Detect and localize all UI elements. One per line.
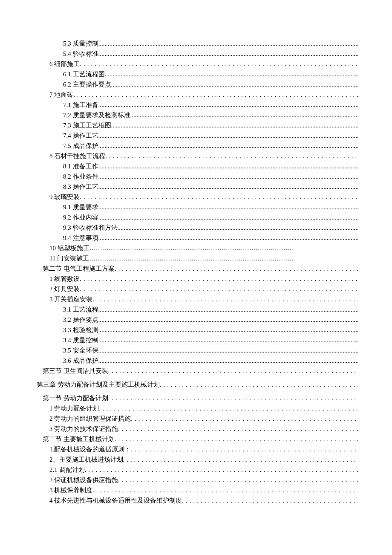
- toc-leader-dots: ........................................…: [98, 304, 358, 315]
- toc-entry: 2 灯具安装 .................................…: [49, 284, 358, 294]
- toc-entry: 3 劳动力的技术保证措施 ...........................…: [49, 424, 358, 434]
- toc-leader-dots: ........................................…: [115, 434, 358, 444]
- toc-entry: 第三章 劳动力配备计划及主要施工机械计划 ...................…: [37, 379, 358, 390]
- toc-entry-label: 2.1 调配计划: [49, 465, 85, 475]
- toc-leader-dots: ........................................…: [80, 274, 358, 284]
- toc-leader-dots: ........................................…: [111, 79, 358, 90]
- toc-entry-label: 3 机械保养制度: [49, 485, 92, 495]
- toc-leader-dots: ........................................…: [118, 475, 358, 485]
- toc-leader-dots: ........................................…: [105, 69, 358, 79]
- toc-entry-label: 第二节 电气工程施工方案: [43, 263, 115, 274]
- toc-leader-dots: ........................................…: [98, 233, 358, 243]
- toc-leader-dots: ........................................…: [98, 161, 358, 171]
- toc-leader-dots: ........................................…: [130, 110, 358, 120]
- toc-entry: 7 地面砖 ..................................…: [49, 90, 358, 100]
- toc-leader-dots: ........................................…: [98, 171, 358, 182]
- toc-entry-label: 2 保证机械设备供应措施: [49, 475, 118, 485]
- toc-entry-label: 6.1 工艺流程图: [63, 69, 105, 79]
- toc-leader-dots: ........................................…: [92, 485, 358, 495]
- toc-leader-dots: ........................................…: [160, 379, 358, 390]
- toc-leader-dots: ........................................…: [98, 315, 358, 325]
- toc-entry: 8.3 操作工艺................................…: [63, 182, 358, 192]
- toc-entry-label: 8 石材干挂施工流程: [49, 151, 105, 161]
- toc-entry-label: 9.2 作业内容: [63, 212, 98, 223]
- toc-leader-dots: ........................................…: [98, 38, 358, 49]
- toc-entry: 6.2 主要操作要点..............................…: [63, 79, 358, 90]
- toc-entry-label: 3.3 检验检测: [63, 325, 98, 335]
- toc-entry-label: 第二节 主要施工机械计划: [43, 434, 115, 444]
- toc-leader-dots: ……………………………………………………………………………………: [89, 253, 358, 263]
- toc-entry-label: 7.4 操作工艺: [63, 130, 98, 141]
- toc-entry: 第一节 劳动力配备计划.............................…: [43, 393, 358, 403]
- toc-leader-dots: ........................................…: [80, 192, 358, 202]
- toc-entry-label: 3 劳动力的技术保证措施: [49, 424, 118, 434]
- toc-leader-dots: ........................................…: [98, 345, 358, 356]
- toc-leader-dots: ........................................…: [118, 424, 358, 434]
- toc-entry-label: 3.5 安全环保: [63, 345, 98, 356]
- toc-entry: 1.配备机械设备的遵循原则： .........................…: [49, 444, 358, 454]
- toc-entry: 7.3 施工工艺框图..............................…: [63, 120, 358, 130]
- toc-entry-label: 11 门安装施工: [49, 253, 89, 263]
- toc-leader-dots: ........................................…: [105, 151, 358, 161]
- toc-entry-label: 5.3 质量控制: [63, 38, 98, 49]
- toc-entry-label: 8.2 作业条件: [63, 171, 98, 182]
- toc-entry: 2 劳动力的组织管理保证措施 .........................…: [49, 413, 358, 424]
- toc-entry-label: 2、主要施工机械进场计划: [49, 454, 123, 465]
- toc-entry-label: 3.6 成品保护: [63, 356, 98, 366]
- table-of-contents: 5.3 质量控制................................…: [37, 38, 358, 506]
- toc-leader-dots: ........................................…: [98, 335, 358, 345]
- toc-entry: 7.1 施工准备................................…: [63, 100, 358, 110]
- toc-leader-dots: ........................................…: [85, 465, 358, 475]
- toc-entry: 2、主要施工机械进场计划 ...........................…: [49, 454, 358, 465]
- toc-leader-dots: ........................................…: [118, 223, 358, 233]
- toc-entry: 3 开关插座安装 ...............................…: [49, 294, 358, 304]
- toc-entry: 9 玻璃安装 .................................…: [49, 192, 358, 202]
- toc-entry-label: 7.5 成品保护: [63, 141, 98, 151]
- toc-entry-label: 7.2 质量要求及检测标准: [63, 110, 130, 120]
- toc-entry: 10 铝塑板施工……………………………………………………………………………………: [49, 243, 358, 253]
- toc-entry-label: 9 玻璃安装: [49, 192, 80, 202]
- toc-entry-label: 3 开关插座安装: [49, 294, 92, 304]
- toc-entry: 第二节 主要施工机械计划............................…: [43, 434, 358, 444]
- toc-leader-dots: ........................................…: [98, 182, 358, 192]
- toc-entry-label: 第一节 劳动力配备计划: [43, 393, 108, 403]
- toc-entry: 5.4 验收标准................................…: [63, 49, 358, 59]
- toc-leader-dots: ........................................…: [182, 495, 358, 506]
- toc-entry: 7.2 质量要求及检测标准...........................…: [63, 110, 358, 120]
- toc-entry-label: 6 细部施工: [49, 59, 80, 69]
- toc-entry: 6.1 工艺流程图...............................…: [63, 69, 358, 79]
- toc-entry-label: 7 地面砖: [49, 90, 73, 100]
- toc-leader-dots: ........................................…: [80, 284, 358, 294]
- toc-entry: 3.3 检验检测................................…: [63, 325, 358, 335]
- toc-entry: 8.1 准备工作................................…: [63, 161, 358, 171]
- toc-leader-dots: ........................................…: [92, 294, 358, 304]
- toc-leader-dots: ........................................…: [98, 325, 358, 335]
- toc-leader-dots: ........................................…: [98, 49, 358, 59]
- toc-entry-label: 1 劳动力配备计划: [49, 403, 99, 413]
- toc-entry-label: 8.1 准备工作: [63, 161, 98, 171]
- toc-entry-label: 1 线管敷设: [49, 274, 80, 284]
- toc-entry-label: 7.3 施工工艺框图: [63, 120, 111, 130]
- toc-entry: 2 保证机械设备供应措施 ...........................…: [49, 475, 358, 485]
- toc-entry: 3.2 操作要点................................…: [63, 315, 358, 325]
- toc-leader-dots: ........................................…: [98, 212, 358, 223]
- toc-entry: 8.2 作业条件................................…: [63, 171, 358, 182]
- toc-entry: 9.4 注意事项................................…: [63, 233, 358, 243]
- toc-leader-dots: ........................................…: [98, 202, 358, 212]
- toc-leader-dots: ........................................…: [131, 444, 358, 454]
- toc-entry-label: 9.1 质量要求: [63, 202, 98, 212]
- toc-entry: 3.5 安全环保................................…: [63, 345, 358, 356]
- toc-entry: 1 线管敷设 .................................…: [49, 274, 358, 284]
- toc-entry-label: 3.1 工艺流程: [63, 304, 98, 315]
- toc-leader-dots: ........................................…: [98, 141, 358, 151]
- toc-entry-label: 3.2 操作要点: [63, 315, 98, 325]
- toc-entry: 3.1 工艺流程................................…: [63, 304, 358, 315]
- toc-leader-dots: ........................................…: [123, 454, 358, 465]
- toc-entry-label: 4 技术先进性与机械设备适用性及设备维护制度: [49, 495, 182, 506]
- toc-leader-dots: ........................................…: [108, 393, 358, 403]
- toc-entry: 8 石材干挂施工流程 .............................…: [49, 151, 358, 161]
- toc-entry: 7.4 操作工艺................................…: [63, 130, 358, 141]
- toc-entry: 第三节 卫生间洁具安装.............................…: [43, 366, 358, 376]
- toc-entry: 3.4 质量控制................................…: [63, 335, 358, 345]
- toc-entry-label: 7.1 施工准备: [63, 100, 98, 110]
